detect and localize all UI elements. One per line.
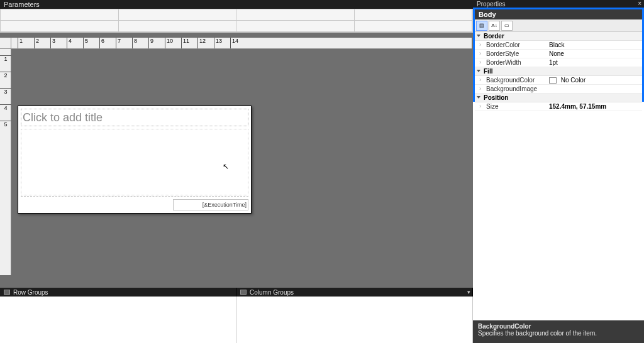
prop-borderwidth[interactable]: BorderWidth 1pt [475,58,642,67]
prop-value[interactable]: 152.4mm, 57.15mm [549,103,642,110]
cursor-icon: ↖ [223,162,229,171]
row-groups-icon [4,290,10,295]
groups-bar: Row Groups Column Groups ▾ [0,288,473,297]
column-groups-header[interactable]: Column Groups [236,288,473,297]
prop-name: BackgroundColor [475,77,549,84]
ruler-h-tick: 7 [116,38,121,49]
ruler-h-tick: 14 [230,38,238,49]
report-body[interactable]: Click to add title ↖ [&ExecutionTime] [18,106,252,214]
row-groups-area[interactable] [0,297,236,343]
properties-description-text: Specifies the background color of the it… [478,330,597,337]
prop-name: Size [475,103,549,110]
prop-value[interactable]: No Color [549,77,642,84]
groups-chevron-icon[interactable]: ▾ [467,289,470,295]
prop-name: BorderColor [475,41,549,48]
footer-execution-time[interactable]: [&ExecutionTime] [173,199,248,210]
report-body-region[interactable]: ↖ [21,129,248,195]
ruler-h-tick: 3 [50,38,55,49]
properties-title-label: Properties [477,1,506,8]
prop-value[interactable]: Black [549,41,642,48]
ruler-h-tick: 8 [132,38,137,49]
alphabetical-view-button[interactable]: A↓ [489,21,500,31]
property-grid: Border BorderColor Black BorderStyle Non… [475,32,642,111]
ruler-v-tick: 4 [0,104,11,111]
ruler-h-tick: 1 [18,38,23,49]
category-position[interactable]: Position [475,94,642,102]
row-groups-label: Row Groups [13,289,48,296]
prop-name: BorderStyle [475,50,549,57]
properties-panel: Properties × Body ▤ A↓ ▭ Border BorderCo… [473,0,644,343]
footer-separator [21,196,248,197]
ruler-h-tick: 4 [67,38,72,49]
parameters-title: Parameters [0,0,473,9]
properties-toolbar: ▤ A↓ ▭ [475,19,642,32]
prop-size[interactable]: Size 152.4mm, 57.15mm [475,102,642,111]
properties-description: BackgroundColor Specifies the background… [473,320,644,343]
close-icon[interactable]: × [638,0,641,7]
ruler-v-tick: 5 [0,121,11,128]
parameters-panel: Parameters [0,0,473,33]
prop-backgroundcolor[interactable]: BackgroundColor No Color [475,76,642,85]
design-surface[interactable]: Click to add title ↖ [&ExecutionTime] [0,38,473,288]
ruler-h-tick: 9 [148,38,153,49]
properties-highlight-region: Body ▤ A↓ ▭ Border BorderColor Black Bor… [473,8,644,102]
properties-description-title: BackgroundColor [478,323,639,330]
column-groups-label: Column Groups [250,289,294,296]
prop-name: BackgroundImage [475,85,549,92]
ruler-h-tick: 10 [165,38,173,49]
prop-value[interactable] [549,85,642,92]
groups-content[interactable] [0,297,473,343]
properties-titlebar: Properties × [473,0,644,8]
column-groups-icon [240,290,247,295]
parameters-grid[interactable] [0,9,473,33]
ruler-h-tick: 5 [83,38,88,49]
categorized-view-button[interactable]: ▤ [476,21,487,31]
row-groups-header[interactable]: Row Groups [0,288,236,297]
prop-borderstyle[interactable]: BorderStyle None [475,50,642,58]
prop-backgroundimage[interactable]: BackgroundImage [475,85,642,94]
prop-value[interactable]: None [549,50,642,57]
ruler-vertical: 12345 [0,49,11,275]
bgcolor-value-text: No Color [561,77,586,84]
properties-object-name[interactable]: Body [475,9,642,19]
ruler-h-tick: 6 [99,38,104,49]
column-groups-area[interactable] [236,297,473,343]
ruler-h-tick: 13 [214,38,222,49]
prop-value[interactable]: 1pt [549,59,642,66]
category-fill[interactable]: Fill [475,67,642,76]
prop-bordercolor[interactable]: BorderColor Black [475,41,642,50]
prop-name: BorderWidth [475,59,549,66]
ruler-v-tick: 2 [0,72,11,79]
color-swatch-icon [549,77,557,84]
report-title-textbox[interactable]: Click to add title [21,109,248,126]
ruler-h-tick: 2 [34,38,39,49]
category-border[interactable]: Border [475,32,642,41]
ruler-horizontal: 1234567891011121314 [11,38,472,49]
ruler-h-tick: 12 [197,38,206,49]
ruler-v-tick: 1 [0,55,11,62]
ruler-h-tick: 11 [181,38,189,49]
ruler-v-tick: 3 [0,88,11,95]
ruler-corner [0,38,11,49]
property-pages-button[interactable]: ▭ [501,21,513,31]
